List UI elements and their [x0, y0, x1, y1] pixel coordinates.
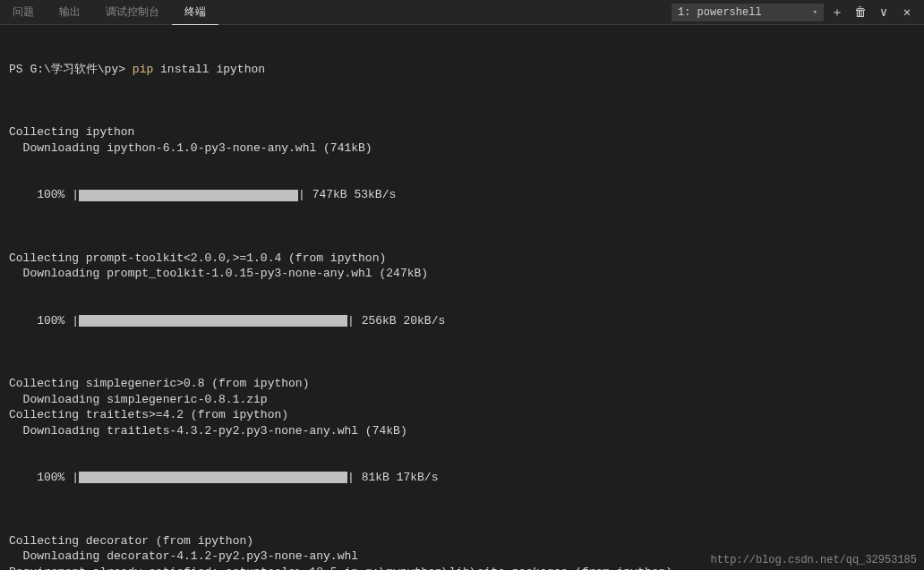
- progress-line: 100% || 747kB 53kB/s: [9, 187, 915, 203]
- tab-output[interactable]: 输出: [47, 0, 93, 25]
- close-panel-button[interactable]: ✕: [897, 3, 917, 22]
- terminal-line: Collecting traitlets>=4.2 (from ipython): [9, 407, 915, 423]
- terminal-line: Downloading traitlets-4.3.2-py2.py3-none…: [9, 423, 915, 439]
- terminal-line: Downloading simplegeneric-0.8.1.zip: [9, 392, 915, 408]
- tab-debug-console[interactable]: 调试控制台: [93, 0, 172, 25]
- terminal-line: Downloading prompt_toolkit-1.0.15-py3-no…: [9, 266, 915, 282]
- progress-bar: [79, 190, 298, 201]
- chevron-down-icon: ▾: [813, 7, 817, 17]
- tab-problems[interactable]: 问题: [0, 0, 47, 25]
- terminal-selector[interactable]: 1: powershell ▾: [672, 4, 824, 21]
- watermark: http://blog.csdn.net/qq_32953185: [711, 554, 917, 566]
- progress-line: 100% || 256kB 20kB/s: [9, 313, 915, 329]
- new-terminal-button[interactable]: ＋: [827, 3, 847, 22]
- terminal-line: Collecting decorator (from ipython): [9, 533, 915, 549]
- terminal-controls: 1: powershell ▾ ＋ 🗑 ∨ ✕: [672, 3, 924, 22]
- command-rest: install ipython: [153, 63, 265, 76]
- terminal-selector-label: 1: powershell: [678, 6, 762, 19]
- close-icon: ✕: [903, 4, 911, 20]
- prompt-path: PS G:\学习软件\py>: [9, 63, 133, 76]
- tab-terminal[interactable]: 终端: [172, 0, 218, 25]
- progress-line: 100% || 81kB 17kB/s: [9, 470, 915, 486]
- terminal-line: Collecting ipython: [9, 124, 915, 140]
- panel-tab-bar: 问题 输出 调试控制台 终端 1: powershell ▾ ＋ 🗑 ∨ ✕: [0, 0, 924, 25]
- maximize-panel-button[interactable]: ∨: [874, 3, 894, 22]
- prompt-line: PS G:\学习软件\py> pip install ipython: [9, 62, 915, 78]
- terminal-line: Collecting prompt-toolkit<2.0.0,>=1.0.4 …: [9, 251, 915, 267]
- terminal-line: Collecting simplegeneric>0.8 (from ipyth…: [9, 376, 915, 392]
- plus-icon: ＋: [831, 4, 843, 21]
- kill-terminal-button[interactable]: 🗑: [851, 3, 870, 22]
- panel-tabs: 问题 输出 调试控制台 终端: [0, 0, 218, 25]
- trash-icon: 🗑: [854, 5, 867, 20]
- chevron-down-icon: ∨: [880, 4, 887, 20]
- terminal-content[interactable]: PS G:\学习软件\py> pip install ipython Colle…: [0, 25, 924, 570]
- progress-bar: [79, 472, 347, 483]
- terminal-line: Downloading ipython-6.1.0-py3-none-any.w…: [9, 140, 915, 157]
- progress-bar: [79, 315, 347, 327]
- pip-command: pip: [133, 63, 153, 76]
